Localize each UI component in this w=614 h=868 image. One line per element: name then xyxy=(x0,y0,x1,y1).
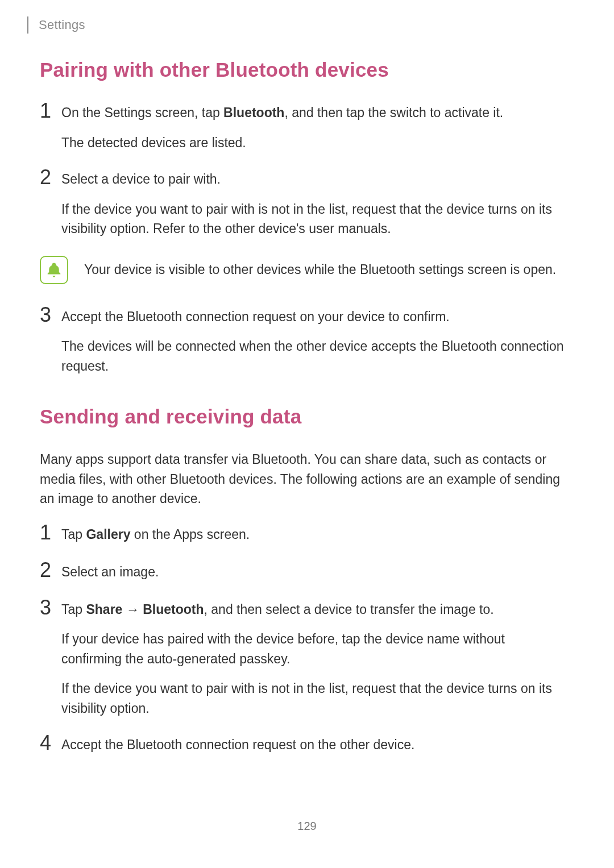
page-header: Settings xyxy=(27,17,85,33)
page-number: 129 xyxy=(0,820,614,833)
intro-paragraph: Many apps support data transfer via Blue… xyxy=(40,450,569,509)
step-body: Tap Gallery on the Apps screen. xyxy=(61,525,569,545)
text-run: , and then select a device to transfer t… xyxy=(204,602,494,617)
step-text: Tap Gallery on the Apps screen. xyxy=(61,525,569,545)
note-bell-icon xyxy=(40,256,68,284)
step-text: Select an image. xyxy=(61,562,569,582)
step-text: If the device you want to pair with is n… xyxy=(61,679,569,718)
step-text: If the device you want to pair with is n… xyxy=(61,200,569,239)
step-text: Tap Share → Bluetooth, and then select a… xyxy=(61,600,569,620)
text-run: Tap xyxy=(61,527,86,542)
step-body: Accept the Bluetooth connection request … xyxy=(61,307,569,376)
bold-text: Bluetooth xyxy=(223,105,284,120)
step-text: Accept the Bluetooth connection request … xyxy=(61,735,569,755)
step-item: 2 Select an image. xyxy=(40,562,569,583)
section-sending: Sending and receiving data Many apps sup… xyxy=(40,405,569,755)
step-body: Tap Share → Bluetooth, and then select a… xyxy=(61,600,569,719)
step-text: Select a device to pair with. xyxy=(61,169,569,189)
header-divider xyxy=(27,16,28,34)
step-body: Accept the Bluetooth connection request … xyxy=(61,735,569,755)
step-body: On the Settings screen, tap Bluetooth, a… xyxy=(61,103,569,152)
step-number: 3 xyxy=(40,305,61,325)
step-number: 2 xyxy=(40,167,61,188)
step-number: 1 xyxy=(40,522,61,543)
step-text: If your device has paired with the devic… xyxy=(61,629,569,668)
bold-text: Bluetooth xyxy=(143,602,204,617)
step-item: 3 Tap Share → Bluetooth, and then select… xyxy=(40,600,569,719)
step-text: Accept the Bluetooth connection request … xyxy=(61,307,569,327)
step-number: 1 xyxy=(40,101,61,121)
step-number: 2 xyxy=(40,560,61,580)
step-item: 4 Accept the Bluetooth connection reques… xyxy=(40,735,569,755)
step-item: 3 Accept the Bluetooth connection reques… xyxy=(40,307,569,376)
step-item: 2 Select a device to pair with. If the d… xyxy=(40,169,569,239)
section-title-sending: Sending and receiving data xyxy=(40,405,569,428)
text-run: On the Settings screen, tap xyxy=(61,105,223,120)
step-body: Select a device to pair with. If the dev… xyxy=(61,169,569,239)
note-callout: Your device is visible to other devices … xyxy=(40,256,569,284)
text-run: Tap xyxy=(61,602,86,617)
arrow-text: → xyxy=(122,602,143,617)
bold-text: Share xyxy=(86,602,122,617)
page-content: Pairing with other Bluetooth devices 1 O… xyxy=(40,59,569,773)
step-text: The detected devices are listed. xyxy=(61,133,569,153)
step-number: 3 xyxy=(40,597,61,618)
step-number: 4 xyxy=(40,733,61,753)
note-text: Your device is visible to other devices … xyxy=(84,260,556,280)
step-item: 1 On the Settings screen, tap Bluetooth,… xyxy=(40,103,569,152)
section-title-pairing: Pairing with other Bluetooth devices xyxy=(40,59,569,81)
text-run: on the Apps screen. xyxy=(130,527,250,542)
step-text: The devices will be connected when the o… xyxy=(61,337,569,376)
step-item: 1 Tap Gallery on the Apps screen. xyxy=(40,525,569,545)
section-pairing: Pairing with other Bluetooth devices 1 O… xyxy=(40,59,569,376)
step-text: On the Settings screen, tap Bluetooth, a… xyxy=(61,103,569,123)
header-section-label: Settings xyxy=(39,18,85,32)
bold-text: Gallery xyxy=(86,527,130,542)
text-run: , and then tap the switch to activate it… xyxy=(284,105,503,120)
step-body: Select an image. xyxy=(61,562,569,582)
